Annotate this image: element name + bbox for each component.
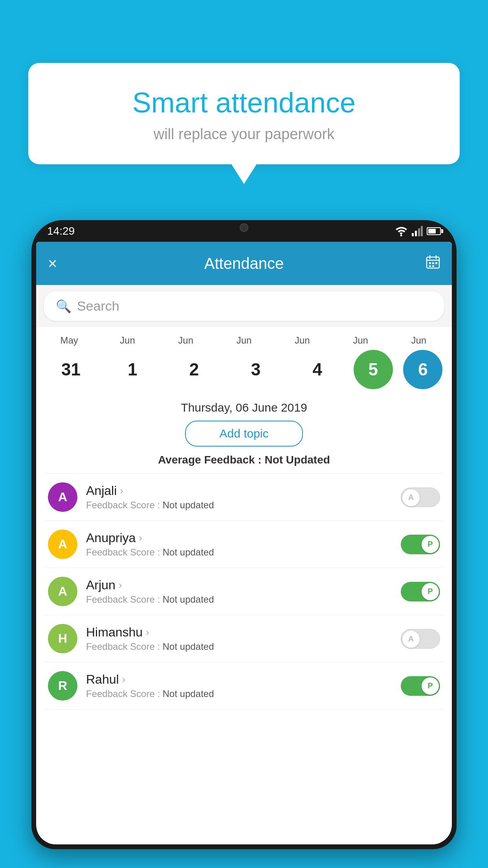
days-row: 31123456 [40, 350, 448, 389]
svg-rect-9 [429, 262, 431, 264]
chevron-icon-4: › [122, 673, 126, 686]
student-name-1: Anupriya › [86, 531, 401, 545]
status-icons [394, 226, 441, 236]
student-feedback-0: Feedback Score : Not updated [86, 500, 401, 511]
student-avatar-3: H [48, 624, 77, 653]
toggle-knob-3: A [402, 631, 420, 648]
student-avatar-4: R [48, 671, 77, 701]
attendance-toggle-1[interactable]: P [401, 535, 440, 554]
avg-feedback: Average Feedback : Not Updated [44, 454, 444, 466]
search-input[interactable]: Search [77, 298, 119, 314]
student-row-3[interactable]: H Himanshu › Feedback Score : Not update… [44, 615, 444, 662]
signal-icon [412, 226, 423, 236]
attendance-toggle-0[interactable]: A [401, 487, 440, 507]
svg-rect-11 [435, 262, 437, 264]
close-button[interactable]: × [48, 255, 57, 272]
student-name-3: Himanshu › [86, 625, 401, 640]
student-avatar-1: A [48, 530, 77, 559]
month-label-0: May [44, 335, 95, 346]
svg-rect-3 [418, 228, 420, 236]
content-area: Thursday, 06 June 2019 Add topic Average… [36, 393, 452, 710]
student-info-1: Anupriya › Feedback Score : Not updated [86, 531, 401, 558]
svg-rect-4 [421, 226, 423, 236]
student-list: A Anjali › Feedback Score : Not updated … [44, 473, 444, 710]
student-row-0[interactable]: A Anjali › Feedback Score : Not updated … [44, 474, 444, 521]
speech-bubble-container: Smart attendance will replace your paper… [28, 63, 460, 164]
chevron-icon-2: › [119, 579, 122, 591]
student-row-1[interactable]: A Anupriya › Feedback Score : Not update… [44, 521, 444, 568]
student-info-2: Arjun › Feedback Score : Not updated [86, 578, 401, 605]
month-label-2: Jun [160, 335, 211, 346]
phone-time: 14:29 [47, 225, 75, 237]
day-2[interactable]: 2 [169, 350, 220, 389]
day-4[interactable]: 4 [292, 350, 343, 389]
header-title: Attendance [204, 255, 284, 272]
svg-rect-2 [415, 231, 417, 236]
student-feedback-1: Feedback Score : Not updated [86, 547, 401, 558]
student-feedback-3: Feedback Score : Not updated [86, 641, 401, 652]
student-name-4: Rahul › [86, 672, 401, 687]
phone-container: 14:29 [31, 220, 457, 868]
student-row-4[interactable]: R Rahul › Feedback Score : Not updated P [44, 662, 444, 710]
toggle-knob-0: A [402, 489, 420, 506]
student-name-0: Anjali › [86, 484, 401, 498]
student-info-0: Anjali › Feedback Score : Not updated [86, 484, 401, 511]
avg-feedback-value: Not Updated [264, 454, 330, 466]
toggle-knob-2: P [422, 583, 439, 600]
attendance-toggle-2[interactable]: P [401, 582, 440, 601]
months-row: MayJunJunJunJunJunJun [40, 335, 448, 346]
month-label-5: Jun [335, 335, 386, 346]
wifi-icon [394, 226, 408, 236]
month-label-6: Jun [393, 335, 444, 346]
student-name-2: Arjun › [86, 578, 401, 592]
day-1[interactable]: 1 [107, 350, 158, 389]
avg-feedback-label: Average Feedback : [158, 454, 262, 466]
phone-frame: 14:29 [31, 220, 457, 849]
app-header: × Attendance [36, 242, 452, 285]
day-0[interactable]: 31 [45, 350, 96, 389]
day-3[interactable]: 3 [230, 350, 281, 389]
search-container: 🔍 Search [36, 285, 452, 327]
bubble-title: Smart attendance [48, 86, 440, 119]
toggle-knob-1: P [422, 536, 439, 553]
svg-point-0 [400, 234, 402, 236]
search-bar[interactable]: 🔍 Search [44, 291, 444, 321]
day-5[interactable]: 5 [354, 350, 393, 389]
svg-rect-10 [432, 262, 434, 264]
student-avatar-2: A [48, 577, 77, 606]
student-feedback-4: Feedback Score : Not updated [86, 688, 401, 699]
chevron-icon-1: › [139, 532, 142, 544]
svg-rect-12 [429, 265, 431, 267]
toggle-knob-4: P [422, 677, 439, 695]
student-feedback-2: Feedback Score : Not updated [86, 594, 401, 605]
student-row-2[interactable]: A Arjun › Feedback Score : Not updated P [44, 568, 444, 615]
selected-date-label: Thursday, 06 June 2019 [44, 393, 444, 421]
svg-rect-1 [412, 233, 414, 236]
speech-bubble: Smart attendance will replace your paper… [28, 63, 460, 164]
student-info-4: Rahul › Feedback Score : Not updated [86, 672, 401, 699]
date-picker: MayJunJunJunJunJunJun 31123456 [36, 327, 452, 393]
student-avatar-0: A [48, 482, 77, 512]
calendar-icon[interactable] [426, 255, 440, 272]
attendance-toggle-4[interactable]: P [401, 676, 440, 696]
bubble-subtitle: will replace your paperwork [48, 126, 440, 143]
day-6[interactable]: 6 [403, 350, 442, 389]
student-info-3: Himanshu › Feedback Score : Not updated [86, 625, 401, 652]
chevron-icon-3: › [146, 626, 149, 638]
attendance-toggle-3[interactable]: A [401, 629, 440, 649]
battery-icon [427, 227, 441, 235]
add-topic-button[interactable]: Add topic [185, 421, 303, 447]
month-label-3: Jun [218, 335, 270, 346]
month-label-4: Jun [277, 335, 328, 346]
search-icon: 🔍 [56, 299, 72, 314]
chevron-icon-0: › [120, 485, 123, 497]
phone-screen: × Attendance [36, 242, 452, 844]
svg-rect-13 [432, 265, 434, 267]
phone-notch [220, 220, 268, 236]
front-camera [240, 223, 248, 232]
month-label-1: Jun [102, 335, 153, 346]
phone-status-bar: 14:29 [31, 220, 457, 242]
